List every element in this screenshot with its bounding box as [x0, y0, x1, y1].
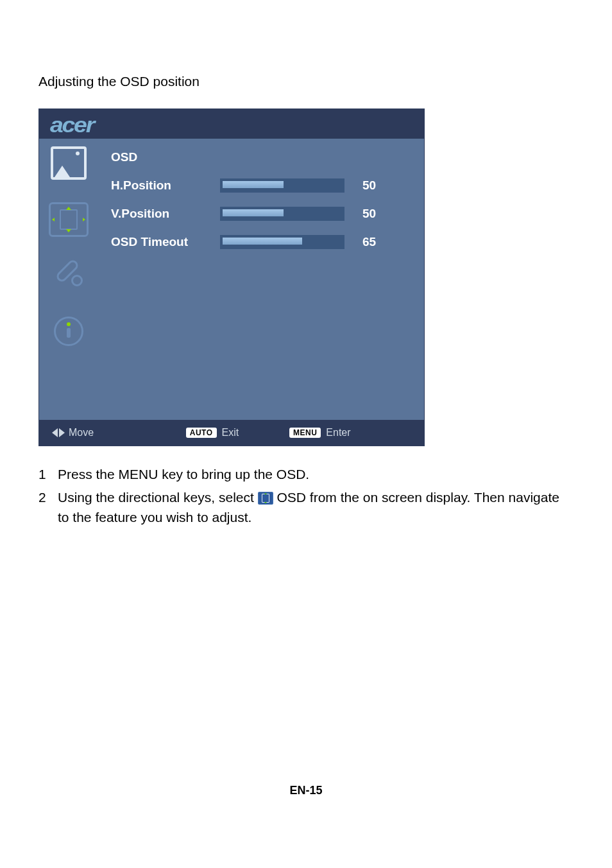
footer-exit-label: Exit [222, 427, 239, 438]
osd-inline-icon [258, 492, 273, 505]
osd-slider[interactable] [220, 178, 344, 193]
osd-header: acer [39, 109, 424, 139]
osd-label: H.Position [111, 178, 220, 193]
osd-row-vposition[interactable]: V.Position 50 [111, 207, 405, 221]
instruction-list: 1 Press the MENU key to bring up the OSD… [38, 464, 574, 528]
footer-move: Move [52, 427, 148, 438]
footer-move-label: Move [69, 427, 94, 438]
info-tab-icon[interactable] [51, 313, 87, 349]
footer-enter: MENU Enter [289, 427, 411, 438]
step-number: 2 [38, 487, 58, 528]
osd-row-timeout[interactable]: OSD Timeout 65 [111, 235, 405, 249]
osd-slider[interactable] [220, 207, 344, 221]
step-number: 1 [38, 464, 58, 485]
menu-badge: MENU [289, 428, 321, 438]
osd-slider[interactable] [220, 235, 344, 249]
footer-enter-label: Enter [326, 427, 350, 438]
osd-label: V.Position [111, 207, 220, 221]
instruction-step: 1 Press the MENU key to bring up the OSD… [38, 464, 574, 485]
step-text: Using the directional keys, select OSD f… [58, 487, 574, 528]
left-right-arrows-icon [52, 428, 65, 437]
settings-tab-icon[interactable] [51, 258, 87, 294]
osd-content: OSD H.Position 50 V.Position 50 [98, 139, 424, 420]
auto-badge: AUTO [186, 428, 217, 438]
osd-value: 50 [362, 178, 388, 193]
instruction-step: 2 Using the directional keys, select OSD… [38, 487, 574, 528]
osd-value: 50 [362, 207, 388, 221]
page-number: EN-15 [0, 784, 612, 797]
osd-panel: acer OSD [38, 108, 425, 446]
footer-exit: AUTO Exit [135, 427, 289, 438]
osd-row-hposition[interactable]: H.Position 50 [111, 178, 405, 193]
section-heading: Adjusting the OSD position [38, 74, 574, 89]
osd-footer: Move AUTO Exit MENU Enter [39, 420, 424, 446]
osd-value: 65 [362, 235, 388, 249]
osd-tab-icon[interactable] [46, 200, 92, 239]
acer-logo: acer [50, 112, 94, 137]
picture-tab-icon[interactable] [51, 145, 87, 181]
osd-label: OSD Timeout [111, 235, 220, 249]
osd-title: OSD [111, 150, 405, 164]
step-text: Press the MENU key to bring up the OSD. [58, 464, 309, 485]
osd-sidebar [39, 139, 98, 420]
